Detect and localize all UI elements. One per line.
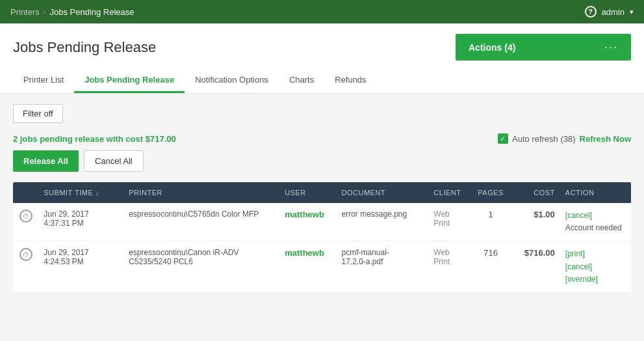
th-user: User <box>279 182 336 203</box>
tab-charts[interactable]: Charts <box>279 68 324 93</box>
clock-icon: ⏱ <box>19 210 32 223</box>
help-icon[interactable]: ? <box>585 6 597 18</box>
content-area: Filter off 2 jobs pending release with c… <box>0 94 644 341</box>
page-title: Jobs Pending Release <box>13 39 156 56</box>
row2-override-link[interactable]: [override] <box>565 275 598 284</box>
th-pages: Pages <box>471 182 511 203</box>
actions-button[interactable]: Actions (4) ··· <box>456 34 631 61</box>
th-client: Client <box>428 182 470 203</box>
th-action: Action <box>560 182 631 203</box>
cancel-all-button[interactable]: Cancel All <box>84 150 144 172</box>
table-row: ⏱ Jun 29, 2017 4:24:53 PM espressocontin… <box>13 241 631 293</box>
tab-notification-options[interactable]: Notification Options <box>185 68 279 93</box>
breadcrumb-nav: Printers › Jobs Pending Release <box>10 7 135 17</box>
summary-bar: 2 jobs pending release with cost $717.00… <box>13 133 631 144</box>
row2-cost: $716.00 <box>510 241 560 293</box>
row1-client: Web Print <box>428 203 470 241</box>
summary-cost: $717.00 <box>146 134 176 144</box>
actions-dots-icon: ··· <box>604 40 618 54</box>
table-row: ⏱ Jun 29, 2017 4:37:31 PM espressocontin… <box>13 203 631 241</box>
row2-document: pcmf-manual- 17.2.0-a.pdf <box>337 241 429 293</box>
row2-action: [print] [cancel] [override] <box>560 241 631 293</box>
th-document: Document <box>337 182 429 203</box>
breadcrumb-printers[interactable]: Printers <box>10 7 40 17</box>
breadcrumb-separator: › <box>44 8 46 16</box>
actions-label: Actions (4) <box>469 42 515 53</box>
clock-icon: ⏱ <box>19 248 32 261</box>
row1-icon: ⏱ <box>13 203 38 241</box>
table-header-row: Submit Time ↓ Printer User Document Clie… <box>13 182 631 203</box>
th-icon <box>13 182 38 203</box>
row1-document: error message.png <box>337 203 429 241</box>
breadcrumb-current: Jobs Pending Release <box>49 7 134 17</box>
row1-user[interactable]: matthewb <box>279 203 336 241</box>
admin-chevron-icon[interactable]: ▾ <box>630 8 634 16</box>
summary-pre: 2 jobs pending release with cost <box>13 134 146 144</box>
row2-user[interactable]: matthewb <box>279 241 336 293</box>
row2-client: Web Print <box>428 241 470 293</box>
header-section: Jobs Pending Release Actions (4) ··· <box>0 23 644 61</box>
release-all-button[interactable]: Release All <box>13 150 79 172</box>
filter-button[interactable]: Filter off <box>13 104 63 123</box>
th-submit-time[interactable]: Submit Time ↓ <box>38 182 123 203</box>
row1-cost: $1.00 <box>510 203 560 241</box>
action-buttons-row: Release All Cancel All <box>13 150 631 172</box>
auto-refresh-checkbox[interactable]: ✓ <box>498 133 508 144</box>
row1-note: Account needed <box>565 223 622 232</box>
row1-submit-time: Jun 29, 2017 4:37:31 PM <box>38 203 123 241</box>
row2-printer: espressocontinu\Canon iR-ADV C5235/5240 … <box>123 241 279 293</box>
summary-text: 2 jobs pending release with cost $717.00 <box>13 134 176 144</box>
jobs-table: Submit Time ↓ Printer User Document Clie… <box>13 182 631 293</box>
row2-cancel-link[interactable]: [cancel] <box>565 262 592 271</box>
jobs-table-wrapper: Submit Time ↓ Printer User Document Clie… <box>13 182 631 293</box>
auto-refresh-section: ✓ Auto refresh (38) Refresh Now <box>498 133 631 144</box>
auto-refresh-label: Auto refresh (38) <box>512 134 576 144</box>
tabs-bar: Printer List Jobs Pending Release Notifi… <box>0 68 644 94</box>
row2-icon: ⏱ <box>13 241 38 293</box>
tab-jobs-pending-release[interactable]: Jobs Pending Release <box>74 68 185 93</box>
row1-cancel-link[interactable]: [cancel] <box>565 211 592 220</box>
th-cost: Cost <box>510 182 560 203</box>
th-printer: Printer <box>123 182 279 203</box>
admin-menu[interactable]: admin <box>602 7 625 17</box>
row1-pages: 1 <box>471 203 511 241</box>
row1-printer: espressocontinu\C5765dn Color MFP <box>123 203 279 241</box>
row1-action: [cancel] Account needed <box>560 203 631 241</box>
tab-refunds[interactable]: Refunds <box>324 68 376 93</box>
row2-submit-time: Jun 29, 2017 4:24:53 PM <box>38 241 123 293</box>
tab-printer-list[interactable]: Printer List <box>13 68 74 93</box>
top-nav-right: ? admin ▾ <box>585 6 634 18</box>
row2-print-link[interactable]: [print] <box>565 249 585 258</box>
refresh-now-link[interactable]: Refresh Now <box>580 134 631 144</box>
top-nav: Printers › Jobs Pending Release ? admin … <box>0 0 644 23</box>
row2-pages: 716 <box>471 241 511 293</box>
